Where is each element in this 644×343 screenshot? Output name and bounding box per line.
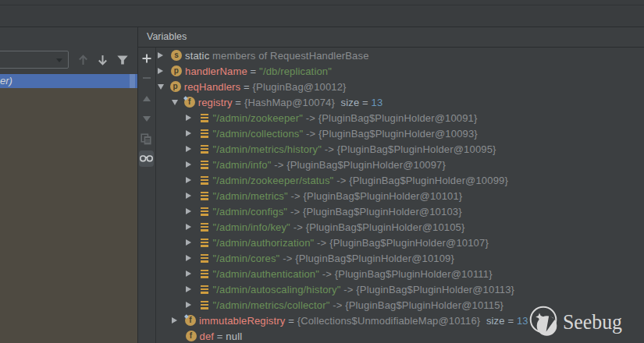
svg-text:Seebug: Seebug [563, 309, 622, 334]
